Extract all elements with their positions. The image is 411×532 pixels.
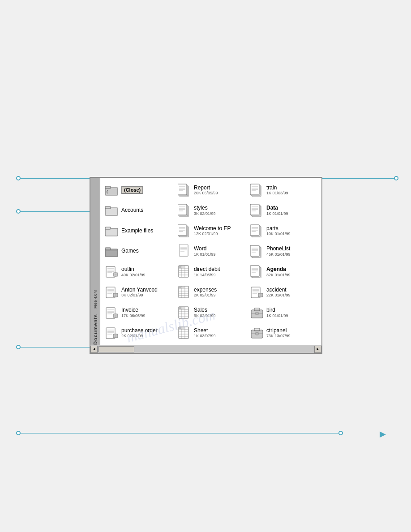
svg-rect-129	[182, 307, 184, 309]
file-item[interactable]: Anton Yarwood3K 02/01/99	[102, 282, 175, 302]
file-item[interactable]: Word1K 01/01/99	[175, 241, 247, 262]
doc-stack-icon	[177, 183, 192, 197]
svg-rect-50	[105, 248, 111, 250]
scroll-thumb[interactable]	[98, 346, 134, 352]
svg-rect-118	[113, 314, 118, 317]
file-name: Accounts	[121, 207, 143, 213]
footer-arrow: ▶	[380, 429, 386, 439]
file-item[interactable]: Games	[102, 241, 175, 262]
file-name: Report	[194, 184, 218, 191]
svg-text:(: (	[107, 189, 108, 193]
file-meta: 9K 02/01/99	[194, 313, 216, 318]
svg-rect-18	[105, 206, 111, 209]
folder-icon	[105, 223, 119, 238]
svg-rect-49	[105, 249, 118, 257]
file-item[interactable]: direct debit1K 14/05/99	[175, 262, 247, 282]
file-name: Sheet	[194, 327, 216, 334]
file-item[interactable]: Data1K 01/01/99	[247, 200, 320, 221]
file-item[interactable]: parts10K 01/01/99	[247, 220, 320, 241]
folder-close-icon: (	[105, 183, 119, 197]
file-meta: 1K 01/03/99	[266, 191, 288, 195]
file-item[interactable]: bird1K 01/01/99	[247, 302, 320, 323]
file-meta: 12K 02/01/99	[194, 232, 231, 236]
spreadsheet-icon	[177, 326, 192, 340]
briefcase-icon	[250, 326, 264, 340]
doc-brief-icon	[105, 285, 119, 299]
scroll-right-button[interactable]: ►	[314, 346, 321, 353]
doc-brief-icon	[105, 305, 119, 320]
svg-rect-52	[179, 245, 188, 256]
svg-rect-103	[179, 287, 181, 288]
file-item[interactable]: Sales9K 02/01/99	[175, 302, 247, 323]
file-meta: 22K 01/01/99	[266, 293, 291, 297]
file-item[interactable]: ( (Close)	[102, 180, 175, 200]
spreadsheet-icon	[177, 305, 192, 320]
svg-rect-17	[105, 208, 118, 215]
file-meta: 1K 14/05/99	[194, 273, 220, 277]
file-name: expenses	[194, 287, 217, 293]
file-name: (Close)	[121, 187, 143, 193]
file-item[interactable]: accident22K 01/01/99	[247, 282, 320, 302]
scroll-left-button[interactable]: ◄	[90, 346, 98, 353]
file-name: PhoneList	[266, 245, 291, 252]
free-space-label: Free 4.6M	[93, 290, 98, 310]
mid-annotation-line	[18, 211, 90, 212]
file-name: accident	[266, 287, 291, 293]
file-item[interactable]: Report20K 06/05/99	[175, 180, 247, 200]
svg-rect-69	[113, 273, 118, 276]
footer-left-dot	[16, 431, 21, 435]
file-meta: 10K 01/01/99	[266, 232, 291, 236]
file-item[interactable]: expenses2K 02/01/99	[175, 282, 247, 302]
file-item[interactable]: Welcome to EP12K 02/01/99	[175, 220, 247, 241]
file-browser-content: ( (Close) Report20K 06/05/99 train1K 01/…	[100, 178, 321, 345]
svg-rect-154	[256, 332, 258, 335]
file-item[interactable]: Agenda32K 01/01/99	[247, 262, 320, 282]
items-grid: ( (Close) Report20K 06/05/99 train1K 01/…	[100, 178, 321, 345]
doc-stack-icon	[250, 244, 264, 258]
file-name: styles	[194, 205, 216, 211]
file-item[interactable]: PhoneList45K 01/01/99	[247, 241, 320, 262]
file-meta: 32K 01/01/99	[266, 273, 291, 277]
file-item[interactable]: purchase order2K 02/01/99	[102, 322, 175, 343]
file-item[interactable]: Example files	[102, 220, 175, 241]
doc-stack-icon	[250, 183, 264, 197]
scroll-track[interactable]	[98, 346, 313, 352]
sidebar: Free 4.6M Documents	[90, 178, 100, 345]
file-item[interactable]: Accounts	[102, 200, 175, 221]
file-meta: 20K 06/05/99	[194, 191, 218, 195]
svg-rect-149	[179, 327, 181, 329]
file-meta: 45K 01/01/99	[266, 252, 291, 257]
svg-rect-104	[182, 287, 184, 288]
doc-stack-icon	[177, 223, 192, 238]
file-name: Sales	[194, 307, 216, 313]
briefcase-icon	[250, 305, 264, 320]
file-name: bird	[266, 307, 288, 313]
file-item[interactable]: outlin40K 02/01/99	[102, 262, 175, 282]
bottom-window-annotation-line	[18, 347, 90, 348]
file-meta: 73K 13/07/99	[266, 334, 291, 338]
spreadsheet-icon	[177, 264, 192, 279]
file-name: Word	[194, 245, 216, 252]
svg-rect-133	[256, 312, 258, 315]
file-name: Anton Yarwood	[121, 287, 158, 293]
svg-rect-150	[182, 327, 184, 329]
file-meta: 1K 01/01/99	[266, 211, 288, 216]
file-item[interactable]: Sheet1K 03/07/99	[175, 322, 247, 343]
file-item[interactable]: styles3K 02/01/99	[175, 200, 247, 221]
file-item[interactable]: Invoice17K 06/05/99	[102, 302, 175, 323]
file-item[interactable]: ctrlpanel73K 13/07/99	[247, 322, 320, 343]
file-name: train	[266, 184, 288, 191]
footer-right-dot	[338, 431, 343, 435]
mid-left-dot	[16, 209, 21, 214]
file-item[interactable]: train1K 01/03/99	[247, 180, 320, 200]
svg-rect-128	[179, 307, 181, 309]
file-name: purchase order	[121, 327, 158, 334]
doc-brief-icon	[105, 264, 119, 279]
file-name: ctrlpanel	[266, 327, 291, 334]
svg-rect-33	[105, 228, 118, 236]
doc-stack-icon	[250, 223, 264, 238]
spreadsheet-icon	[177, 285, 192, 299]
file-name: Games	[121, 248, 139, 254]
file-meta: 40K 02/01/99	[121, 273, 146, 277]
footer-annotation-line	[18, 433, 340, 433]
